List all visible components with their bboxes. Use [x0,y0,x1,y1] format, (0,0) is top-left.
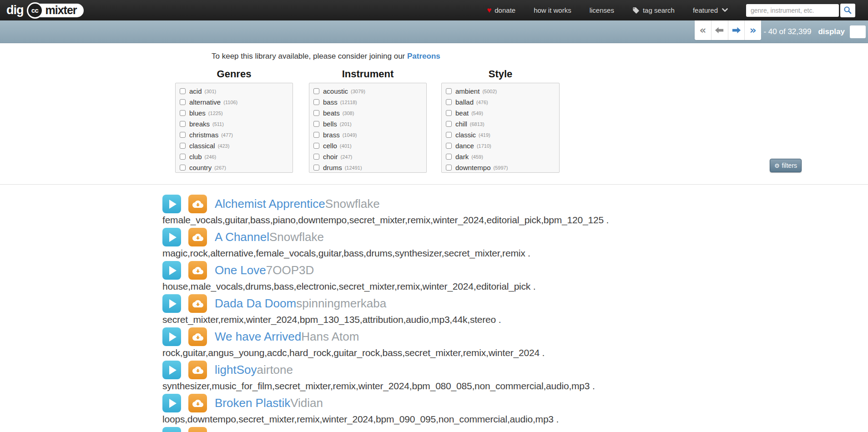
nav-item-label: featured [693,6,718,14]
track-artist-link[interactable]: 7OOP3D [266,263,314,277]
filter-checkbox[interactable] [180,88,186,94]
filter-option-classic[interactable]: classic(419) [442,129,559,140]
filter-option-acoustic[interactable]: acoustic(3079) [309,85,426,96]
nav-item-donate[interactable]: ♥donate [487,6,515,14]
download-button[interactable] [188,195,207,213]
style-filter-box[interactable]: ambient(5002)ballad(476)beat(549)chill(6… [441,83,560,173]
track-artist-link[interactable]: airtone [257,363,293,377]
filter-checkbox[interactable] [180,110,186,116]
filter-checkbox[interactable] [180,143,186,149]
filter-checkbox[interactable] [446,165,452,171]
nav-item-label: how it works [534,6,571,14]
patreons-link[interactable]: Patreons [407,52,440,60]
filter-option-dark[interactable]: dark(459) [442,151,559,162]
filter-option-blues[interactable]: blues(1225) [176,107,293,118]
filter-checkbox[interactable] [313,154,319,160]
track-tags: loops,downtempo,secret_mixter,remix,wint… [162,414,868,424]
filter-option-beats[interactable]: beats(308) [309,107,426,118]
filter-checkbox[interactable] [446,154,452,160]
filter-option-bass[interactable]: bass(12118) [309,96,426,107]
filter-checkbox[interactable] [180,99,186,105]
nav-item-licenses[interactable]: licenses [590,6,614,14]
play-button[interactable] [162,261,181,280]
nav-item-tag-search[interactable]: tag search [632,6,675,14]
filter-option-bells[interactable]: bells(201) [309,118,426,129]
filter-checkbox[interactable] [313,121,319,127]
nav-item-how-it-works[interactable]: how it works [534,6,571,14]
download-button[interactable] [188,361,207,379]
track-title-link[interactable]: We have Arrived [215,330,301,344]
track-artist-link[interactable]: Snowflake [269,230,324,244]
filter-count: (401) [340,142,352,149]
filter-option-country[interactable]: country(267) [176,162,293,173]
nav-item-featured[interactable]: featured [693,6,728,14]
filter-checkbox[interactable] [446,110,452,116]
filter-option-alternative[interactable]: alternative(1106) [176,96,293,107]
filter-option-ambient[interactable]: ambient(5002) [442,85,559,96]
display-count-input[interactable] [850,25,866,38]
track-title-link[interactable]: Dada Da Doom [215,296,296,311]
filter-option-breaks[interactable]: breaks(511) [176,118,293,129]
filter-option-brass[interactable]: brass(1049) [309,129,426,140]
filter-checkbox[interactable] [313,165,319,171]
track-artist-link[interactable]: Vidian [290,396,323,410]
pager-next-button[interactable] [728,20,745,40]
track-title-link[interactable]: One Love [215,263,266,277]
filter-option-choir[interactable]: choir(247) [309,151,426,162]
filter-option-downtempo[interactable]: downtempo(5997) [442,162,559,173]
track-title-link[interactable]: lightSoy [215,363,257,377]
filter-checkbox[interactable] [313,143,319,149]
filter-checkbox[interactable] [446,132,452,138]
track-title-link[interactable]: Broken Plastik [215,396,290,410]
filter-option-chill[interactable]: chill(6813) [442,118,559,129]
track-title-link[interactable]: Alchemist Apprentice [215,197,325,211]
filter-checkbox[interactable] [313,99,319,105]
filter-checkbox[interactable] [313,132,319,138]
search-input[interactable] [746,4,839,17]
track-title-link[interactable]: A Channel [215,230,269,244]
pager-prev-button[interactable] [712,20,728,40]
download-button[interactable] [188,327,207,346]
download-button[interactable] [188,294,207,313]
filter-checkbox[interactable] [313,110,319,116]
pager-first-button[interactable]: « [695,20,712,40]
play-button[interactable] [162,394,181,412]
instrument-filter-box[interactable]: acoustic(3079)bass(12118)beats(308)bells… [309,83,427,173]
track-artist-link[interactable]: Hans Atom [301,330,359,344]
play-button[interactable] [162,327,181,346]
download-button[interactable] [188,261,207,280]
filter-option-club[interactable]: club(246) [176,151,293,162]
download-button[interactable] [188,394,207,412]
filter-checkbox[interactable] [180,154,186,160]
filter-checkbox[interactable] [446,121,452,127]
filter-checkbox[interactable] [446,88,452,94]
filter-checkbox[interactable] [180,121,186,127]
filter-option-beat[interactable]: beat(549) [442,107,559,118]
play-button[interactable] [162,294,181,313]
filter-option-christmas[interactable]: christmas(477) [176,129,293,140]
track-row: Broken PlastikVidianloops,downtempo,secr… [162,394,868,424]
filter-option-dance[interactable]: dance(1710) [442,140,559,151]
filter-option-acid[interactable]: acid(301) [176,85,293,96]
filter-checkbox[interactable] [446,99,452,105]
filter-checkbox[interactable] [180,165,186,171]
filter-option-drums[interactable]: drums(12491) [309,162,426,173]
filter-checkbox[interactable] [446,143,452,149]
play-button[interactable] [162,228,181,246]
track-artist-link[interactable]: Snowflake [325,197,380,211]
site-logo[interactable]: dig cc mixter [6,2,84,19]
filters-button[interactable]: ⚙ filters [770,159,802,172]
filter-option-ballad[interactable]: ballad(476) [442,96,559,107]
filter-option-classical[interactable]: classical(423) [176,140,293,151]
filter-option-cello[interactable]: cello(401) [309,140,426,151]
play-button[interactable] [162,427,181,432]
play-button[interactable] [162,195,181,213]
play-button[interactable] [162,361,181,379]
genres-filter-box[interactable]: acid(301)alternative(1106)blues(1225)bre… [175,83,293,173]
filter-checkbox[interactable] [313,88,319,94]
track-artist-link[interactable]: spinningmerkaba [296,296,386,311]
search-button[interactable] [840,4,855,17]
filter-checkbox[interactable] [180,132,186,138]
download-button[interactable] [188,427,207,432]
download-button[interactable] [188,228,207,246]
